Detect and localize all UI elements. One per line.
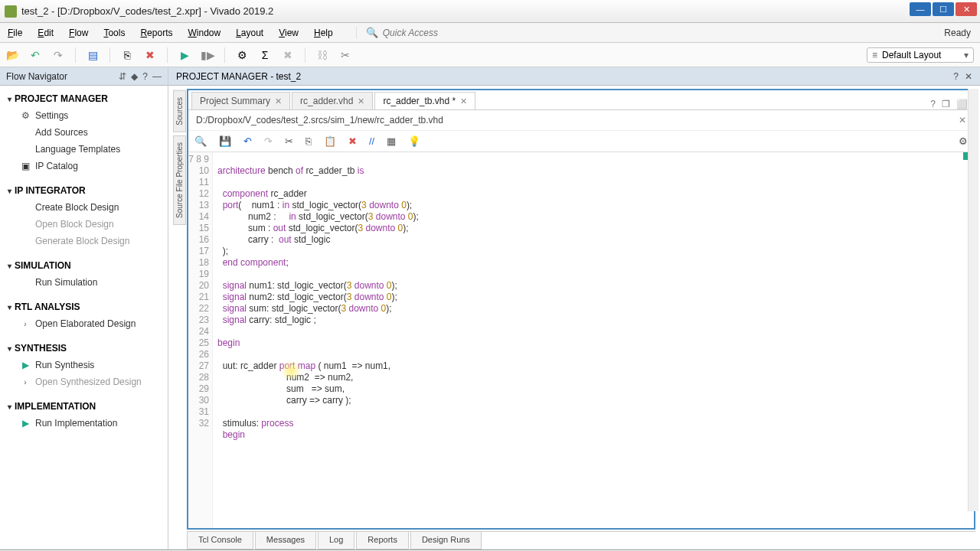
menu-tools[interactable]: Tools [96,24,132,41]
nav-group-impl[interactable]: ▾IMPLEMENTATION [3,398,165,415]
menu-layout[interactable]: Layout [228,24,271,41]
editor-settings-icon[interactable]: ⚙ [959,135,968,147]
nav-group-sim[interactable]: ▾SIMULATION [3,257,165,274]
run-icon[interactable]: ▶ [178,49,191,61]
help-icon[interactable]: ? [142,71,148,82]
quick-access-label: Quick Access [383,28,438,38]
close-tab-icon[interactable]: ✕ [460,96,467,106]
editor-tab[interactable]: rc_adder_tb.vhd *✕ [374,92,475,109]
redo-icon[interactable]: ↷ [52,49,64,61]
sidebar-item-ip-catalog[interactable]: ▣IP Catalog [15,158,165,174]
step-icon[interactable]: ▮▶ [201,49,214,61]
bottom-tab-messages[interactable]: Messages [255,532,316,549]
maximize-button[interactable]: ☐ [933,2,954,16]
menu-help[interactable]: Help [306,24,341,41]
side-tab-props[interactable]: Source File Properties [173,135,186,225]
close-tab-icon[interactable]: ✕ [275,96,282,106]
layout-select[interactable]: ≡ Default Layout ▾ [867,47,974,63]
code-editor[interactable]: 7 8 9 10 11 12 13 14 15 16 17 18 19 20 2… [188,152,974,528]
quick-access-box[interactable]: 🔍 Quick Access [356,27,438,38]
chevron-right-icon: › [20,320,31,328]
nav-group-ip[interactable]: ▾IP INTEGRATOR [3,182,165,199]
ready-status: Ready [944,28,971,38]
link-icon[interactable]: ⛓ [316,49,328,61]
navigator-scrollbar[interactable] [968,89,978,511]
cancel-icon[interactable]: ✖ [144,49,156,61]
flow-navigator-panel: Flow Navigator ⇵ ◆ ? — ▾PROJECT MANAGER … [0,67,168,549]
menu-view[interactable]: View [271,24,306,41]
find-icon[interactable]: 🔍 [194,135,207,147]
gear-icon: ⚙ [20,110,31,121]
close-button[interactable]: ✕ [956,2,977,16]
chevron-right-icon: › [20,378,31,386]
copy-edit-icon[interactable]: ⎘ [305,135,312,147]
open-icon[interactable]: 📂 [6,49,18,61]
bottom-tabs: Tcl ConsoleMessagesLogReportsDesign Runs [187,531,975,549]
sidebar-item-open-block: Open Block Design [15,216,165,233]
gear-icon[interactable]: ⚙ [236,49,248,61]
undo-icon[interactable]: ↶ [29,49,41,61]
copy-icon[interactable]: ⎘ [121,49,133,61]
menu-window[interactable]: Window [180,24,228,41]
chip-icon: ▣ [20,161,31,171]
sidebar-item-settings[interactable]: ⚙Settings [15,107,165,124]
sidebar-item-open-syn: ›Open Synthesized Design [15,373,165,390]
menu-file[interactable]: File [0,24,30,41]
tab-max-icon[interactable]: ⬜ [956,99,968,109]
sidebar-item-lang-templates[interactable]: Language Templates [15,141,165,158]
tab-help-icon[interactable]: ? [930,99,936,109]
play-icon: ▶ [20,360,31,370]
sidebar-item-add-sources[interactable]: Add Sources [15,124,165,141]
bottom-tab-tcl-console[interactable]: Tcl Console [187,532,253,549]
editor-tab[interactable]: rc_adder.vhd✕ [292,92,373,109]
close-file-icon[interactable]: ✕ [959,115,966,126]
close-panel-icon[interactable]: ✕ [965,71,972,82]
pin-icon[interactable]: ✂ [339,49,351,61]
collapse-icon[interactable]: ⇵ [119,71,126,82]
sidebar-item-gen-block: Generate Block Design [15,233,165,249]
nav-group-syn[interactable]: ▾SYNTHESIS [3,340,165,357]
sidebar-item-open-elab[interactable]: ›Open Elaborated Design [15,315,165,332]
editor-tab[interactable]: Project Summary✕ [191,92,290,109]
save-icon[interactable]: ▤ [87,49,99,61]
sidebar-item-run-sim[interactable]: Run Simulation [15,274,165,291]
cut-icon[interactable]: ✂ [285,135,293,147]
chevron-down-icon: ▾ [964,50,969,60]
flow-navigator-title: Flow Navigator [6,71,67,82]
help-icon[interactable]: ? [953,71,959,82]
close-tab-icon[interactable]: ✕ [358,96,364,106]
bulb-icon[interactable]: 💡 [408,135,420,147]
comment-icon[interactable]: // [369,135,374,147]
cancel2-icon[interactable]: ✖ [282,49,294,61]
redo-edit-icon[interactable]: ↷ [264,135,273,147]
side-tab-sources[interactable]: Sources [173,90,186,132]
sidebar-item-run-impl[interactable]: ▶Run Implementation [15,415,165,432]
layout-label: Default Layout [882,50,941,60]
minimize-button[interactable]: — [910,2,931,16]
save-file-icon[interactable]: 💾 [219,135,231,147]
min-panel-icon[interactable]: — [152,71,162,82]
undo-edit-icon[interactable]: ↶ [243,135,252,147]
bottom-tab-reports[interactable]: Reports [356,532,409,549]
format-icon[interactable]: ▦ [387,135,396,147]
search-icon: 🔍 [366,27,378,38]
nav-group-rtl[interactable]: ▾RTL ANALYSIS [3,298,165,315]
expand-icon[interactable]: ◆ [131,71,138,82]
bottom-tab-design-runs[interactable]: Design Runs [410,532,482,549]
nav-group-pm[interactable]: ▾PROJECT MANAGER [3,90,165,107]
sidebar-item-run-syn[interactable]: ▶Run Synthesis [15,357,165,373]
delete-icon[interactable]: ✖ [348,135,357,147]
editor-toolbar: 🔍 💾 ↶ ↷ ✂ ⎘ 📋 ✖ // ▦ 💡 ⚙ [188,131,974,152]
file-path: D:/Dropbox/V_codes/test_2.srcs/sim_1/new… [196,115,443,126]
project-manager-header: PROJECT MANAGER - test_2 [176,71,301,82]
sidebar-item-create-block[interactable]: Create Block Design [15,199,165,216]
menu-flow[interactable]: Flow [61,24,96,41]
menu-reports[interactable]: Reports [132,24,180,41]
main-toolbar: 📂 ↶ ↷ ▤ ⎘ ✖ ▶ ▮▶ ⚙ Σ ✖ ⛓ ✂ ≡ Default Lay… [0,43,980,67]
tab-restore-icon[interactable]: ❐ [942,99,950,109]
window-titlebar: test_2 - [D:/Dropbox/V_codes/test_2.xpr]… [0,0,980,23]
sigma-icon[interactable]: Σ [259,49,271,61]
bottom-tab-log[interactable]: Log [318,532,354,549]
paste-icon[interactable]: 📋 [324,135,336,147]
menu-edit[interactable]: Edit [30,24,61,41]
